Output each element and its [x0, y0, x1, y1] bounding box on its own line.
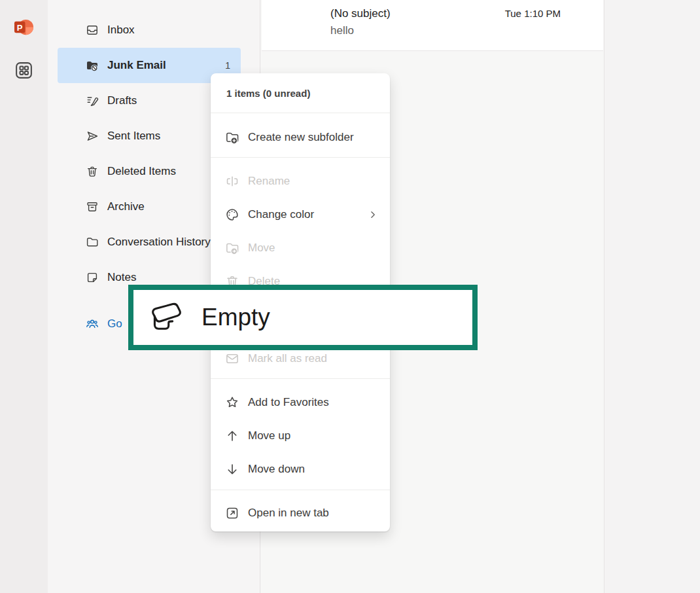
- inbox-icon: [86, 24, 99, 37]
- menu-item-rename: Rename: [211, 164, 390, 198]
- star-icon: [225, 395, 239, 410]
- menu-divider: [211, 490, 390, 490]
- menu-item-label: Rename: [248, 175, 290, 188]
- annotation-highlight-empty[interactable]: Empty: [128, 285, 478, 350]
- menu-item-label: Move down: [248, 463, 305, 476]
- unread-count-badge: 1: [225, 60, 230, 71]
- email-timestamp: Tue 1:10 PM: [505, 8, 587, 19]
- menu-item-label: Mark all as read: [248, 352, 327, 365]
- email-list-item[interactable]: (No subject) Tue 1:10 PM hello: [262, 0, 603, 51]
- sidebar-link-label: Go: [107, 317, 122, 331]
- mail-read-icon: [225, 351, 239, 366]
- junk-folder-icon: [86, 59, 99, 72]
- palette-icon: [225, 207, 239, 222]
- folder-move-icon: [225, 241, 239, 255]
- sidebar-item-label: Drafts: [107, 94, 137, 107]
- menu-item-move-up[interactable]: Move up: [211, 419, 390, 452]
- sidebar-item-inbox[interactable]: Inbox: [58, 12, 241, 48]
- menu-item-label: Create new subfolder: [248, 131, 354, 144]
- open-new-tab-icon: [225, 506, 239, 520]
- archive-icon: [86, 200, 99, 213]
- arrow-down-icon: [225, 462, 239, 476]
- menu-item-label: Add to Favorites: [248, 396, 329, 409]
- menu-item-add-to-favorites[interactable]: Add to Favorites: [211, 386, 390, 419]
- menu-divider: [211, 113, 390, 113]
- app-rail: P: [0, 0, 48, 593]
- folder-add-icon: [225, 130, 239, 145]
- send-icon: [86, 130, 99, 143]
- sidebar-item-label: Archive: [107, 200, 145, 213]
- email-preview: hello: [330, 24, 587, 37]
- menu-item-create-new-subfolder[interactable]: Create new subfolder: [211, 120, 390, 154]
- menu-item-empty-label: Empty: [201, 304, 270, 331]
- sidebar-item-label: Deleted Items: [107, 165, 176, 178]
- app-launcher-icon[interactable]: [14, 60, 34, 81]
- powerpoint-app-icon[interactable]: P: [14, 17, 34, 37]
- sidebar-item-label: Inbox: [107, 24, 135, 37]
- people-icon: [86, 317, 99, 331]
- menu-item-open-in-new-tab[interactable]: Open in new tab: [211, 496, 390, 530]
- folder-icon: [86, 236, 99, 249]
- arrow-up-icon: [225, 429, 239, 443]
- rename-icon: [225, 174, 239, 189]
- menu-item-label: Move up: [248, 429, 290, 442]
- sidebar-item-label: Junk Email: [107, 59, 166, 72]
- submenu-chevron-icon: [368, 209, 378, 220]
- email-subject: (No subject): [330, 7, 391, 20]
- menu-item-label: Move: [248, 242, 275, 255]
- folder-empty-icon: [148, 298, 186, 336]
- menu-item-change-color[interactable]: Change color: [211, 198, 390, 231]
- reading-pane: [604, 0, 700, 593]
- folder-item-count: 1 items (0 unread): [226, 73, 310, 113]
- menu-item-label: Change color: [248, 208, 314, 221]
- sidebar-item-label: Notes: [107, 271, 136, 284]
- menu-item-move-down[interactable]: Move down: [211, 452, 390, 486]
- trash-icon: [86, 165, 99, 178]
- menu-divider: [211, 378, 390, 379]
- menu-divider: [211, 157, 390, 158]
- sidebar-item-label: Sent Items: [107, 130, 160, 143]
- drafts-pencil-icon: [86, 94, 99, 107]
- menu-item-move: Move: [211, 231, 390, 264]
- sidebar-item-label: Conversation History: [107, 236, 211, 249]
- menu-item-label: Open in new tab: [248, 507, 329, 520]
- svg-text:P: P: [17, 23, 23, 33]
- note-icon: [86, 271, 99, 284]
